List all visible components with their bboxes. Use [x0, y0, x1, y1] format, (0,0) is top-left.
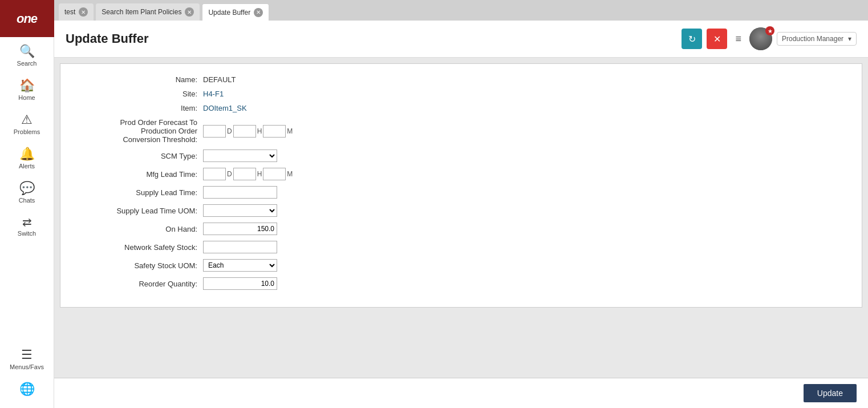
- search-icon: 🔍: [19, 44, 35, 59]
- prod-order-dhm: D H M: [203, 125, 293, 138]
- label-network-safety-stock: Network Safety Stock:: [78, 243, 203, 252]
- label-name: Name:: [78, 75, 203, 84]
- label-mfg-lead-time: Mfg Lead Time:: [78, 170, 203, 179]
- label-reorder-quantity: Reorder Quantity:: [78, 280, 203, 288]
- row-safety-stock-uom: Safety Stock UOM: Each Days Hours: [78, 259, 845, 272]
- supply-lead-time-input[interactable]: [203, 186, 277, 199]
- warning-icon: ⚠: [21, 112, 33, 127]
- sidebar-item-menus-favs[interactable]: ☰ Menus/Favs: [0, 341, 54, 375]
- logo-text: one: [17, 11, 37, 26]
- home-icon: 🏠: [19, 78, 35, 93]
- sidebar-item-search[interactable]: 🔍 Search: [0, 37, 54, 71]
- page-title: Update Buffer: [66, 31, 682, 46]
- switch-icon: ⇄: [22, 215, 32, 229]
- on-hand-input[interactable]: [203, 223, 277, 235]
- m-label: M: [287, 127, 293, 135]
- bell-icon: 🔔: [19, 147, 35, 161]
- notification-wrapper: [749, 27, 772, 50]
- bottom-bar: Update: [54, 378, 868, 408]
- d-label: D: [227, 127, 232, 135]
- sidebar-item-chats[interactable]: 💬 Chats: [0, 174, 54, 208]
- label-supply-lead-time-uom: Supply Lead Time UOM:: [78, 207, 203, 215]
- value-name: DEFAULT: [203, 75, 236, 84]
- row-scm-type: SCM Type: Option1 Option2: [78, 150, 845, 162]
- row-reorder-quantity: Reorder Quantity:: [78, 277, 845, 290]
- app-logo[interactable]: one: [0, 0, 54, 37]
- sidebar-item-label: Alerts: [19, 163, 35, 169]
- mfg-m-input[interactable]: [263, 168, 286, 180]
- h-label: H: [257, 127, 262, 135]
- dropdown-chevron-icon: ▾: [848, 35, 851, 43]
- tab-label: test: [64, 8, 75, 16]
- menu-icon: ☰: [21, 348, 33, 362]
- sidebar-item-alerts[interactable]: 🔔 Alerts: [0, 140, 54, 174]
- tab-test[interactable]: test ✕: [59, 3, 94, 21]
- user-dropdown[interactable]: Production Manager ▾: [777, 32, 857, 46]
- prod-order-h-input[interactable]: [233, 125, 256, 138]
- value-item[interactable]: DOItem1_SK: [203, 104, 247, 112]
- main-area: test ✕ Search Item Plant Policies ✕ Upda…: [54, 0, 868, 408]
- row-mfg-lead-time: Mfg Lead Time: D H M: [78, 168, 845, 180]
- tab-close-search[interactable]: ✕: [185, 7, 194, 17]
- mfg-h-input[interactable]: [233, 168, 256, 180]
- page-header: Update Buffer ↻ ✕ ≡ Production Manager ▾: [54, 21, 868, 58]
- safety-stock-uom-select[interactable]: Each Days Hours: [203, 259, 277, 272]
- value-site[interactable]: H4-F1: [203, 90, 224, 98]
- tab-bar: test ✕ Search Item Plant Policies ✕ Upda…: [54, 0, 868, 21]
- sidebar-item-label: Problems: [14, 128, 40, 135]
- row-supply-lead-time-uom: Supply Lead Time UOM: Days Hours Each: [78, 204, 845, 217]
- refresh-button[interactable]: ↻: [682, 29, 702, 49]
- sidebar-item-label: Chats: [19, 197, 35, 204]
- content-area: Name: DEFAULT Site: H4-F1 Item: DOItem1_…: [54, 58, 868, 378]
- globe-icon: 🌐: [19, 382, 35, 397]
- menu-button[interactable]: ≡: [732, 30, 745, 49]
- scm-type-select[interactable]: Option1 Option2: [203, 150, 277, 162]
- mfg-h-label: H: [257, 170, 262, 178]
- mfg-d-label: D: [227, 170, 232, 178]
- row-item: Item: DOItem1_SK: [78, 104, 845, 112]
- notification-badge: [765, 26, 774, 35]
- label-scm-type: SCM Type:: [78, 152, 203, 160]
- label-supply-lead-time: Supply Lead Time:: [78, 188, 203, 197]
- prod-order-m-input[interactable]: [263, 125, 286, 138]
- header-actions: ↻ ✕ ≡ Production Manager ▾: [682, 27, 857, 50]
- label-prod-order-forecast: Prod Order Forecast To Production Order …: [78, 118, 203, 144]
- supply-lead-time-uom-select[interactable]: Days Hours Each: [203, 204, 277, 217]
- sidebar-item-label: Menus/Favs: [10, 363, 44, 370]
- network-safety-stock-input[interactable]: [203, 241, 277, 253]
- tab-label: Update Buffer: [208, 9, 250, 17]
- reorder-quantity-input[interactable]: [203, 277, 277, 290]
- sidebar-bottom: ☰ Menus/Favs 🌐: [0, 341, 54, 408]
- label-item: Item:: [78, 104, 203, 112]
- update-button[interactable]: Update: [804, 384, 857, 402]
- row-on-hand: On Hand:: [78, 223, 845, 235]
- user-name: Production Manager: [782, 35, 843, 43]
- form-card: Name: DEFAULT Site: H4-F1 Item: DOItem1_…: [60, 63, 862, 308]
- label-site: Site:: [78, 90, 203, 98]
- row-supply-lead-time: Supply Lead Time:: [78, 186, 845, 199]
- prod-order-d-input[interactable]: [203, 125, 226, 138]
- tab-update-buffer[interactable]: Update Buffer ✕: [202, 3, 269, 21]
- tab-search-item[interactable]: Search Item Plant Policies ✕: [96, 3, 200, 21]
- sidebar-item-problems[interactable]: ⚠ Problems: [0, 106, 54, 140]
- close-button[interactable]: ✕: [707, 29, 727, 49]
- mfg-m-label: M: [287, 170, 293, 178]
- label-on-hand: On Hand:: [78, 225, 203, 233]
- chat-icon: 💬: [19, 181, 35, 196]
- row-prod-order-forecast: Prod Order Forecast To Production Order …: [78, 118, 845, 144]
- sidebar-item-home[interactable]: 🏠 Home: [0, 71, 54, 106]
- row-network-safety-stock: Network Safety Stock:: [78, 241, 845, 253]
- tab-close-test[interactable]: ✕: [79, 7, 88, 17]
- label-safety-stock-uom: Safety Stock UOM:: [78, 261, 203, 270]
- tab-close-update[interactable]: ✕: [254, 8, 263, 17]
- tab-label: Search Item Plant Policies: [102, 8, 181, 16]
- sidebar-item-label: Home: [18, 94, 35, 101]
- row-name: Name: DEFAULT: [78, 75, 845, 84]
- row-site: Site: H4-F1: [78, 90, 845, 98]
- mfg-d-input[interactable]: [203, 168, 226, 180]
- sidebar-item-switch[interactable]: ⇄ Switch: [0, 208, 54, 241]
- sidebar-item-globe[interactable]: 🌐: [0, 375, 54, 402]
- sidebar: one 🔍 Search 🏠 Home ⚠ Problems 🔔 Alerts …: [0, 0, 54, 408]
- mfg-lead-time-dhm: D H M: [203, 168, 293, 180]
- sidebar-item-label: Switch: [18, 230, 36, 237]
